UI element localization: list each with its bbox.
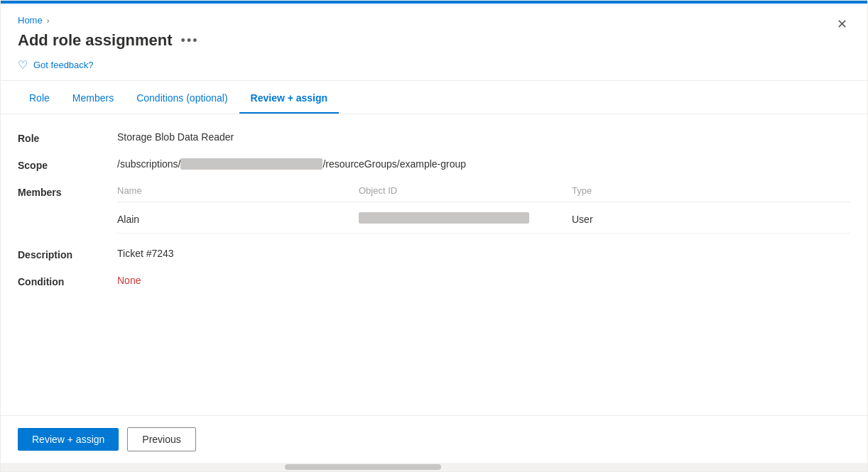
review-assign-button[interactable]: Review + assign xyxy=(18,428,119,451)
members-field-row: Members Name Object ID Type Alain User xyxy=(18,185,850,234)
role-field-row: Role Storage Blob Data Reader xyxy=(18,131,850,144)
description-field-row: Description Ticket #7243 xyxy=(18,248,850,260)
col-type-header: Type xyxy=(572,185,714,196)
col-objectid-header: Object ID xyxy=(359,185,572,196)
description-label: Description xyxy=(18,248,117,260)
tab-conditions[interactable]: Conditions (optional) xyxy=(125,84,239,114)
footer: Review + assign Previous xyxy=(1,415,867,463)
previous-button[interactable]: Previous xyxy=(127,427,195,451)
members-table-header: Name Object ID Type xyxy=(117,185,850,202)
cell-object-id xyxy=(359,212,572,226)
heart-icon: ♡ xyxy=(18,58,28,72)
tab-review-assign[interactable]: Review + assign xyxy=(239,84,340,114)
condition-field-row: Condition None xyxy=(18,275,850,287)
breadcrumb-home[interactable]: Home xyxy=(18,15,43,26)
title-row: Add role assignment ••• xyxy=(18,31,199,50)
cell-member-type: User xyxy=(572,214,714,225)
scope-redacted xyxy=(180,158,322,170)
breadcrumb: Home › xyxy=(18,15,199,26)
objectid-redacted xyxy=(359,212,529,224)
scope-value: /subscriptions/ /resourceGroups/example-… xyxy=(117,158,466,170)
content-area: Role Storage Blob Data Reader Scope /sub… xyxy=(1,114,867,358)
scope-label: Scope xyxy=(18,158,117,171)
panel: Home › Add role assignment ••• ✕ ♡ Got f… xyxy=(0,0,868,472)
feedback-bar: ♡ Got feedback? xyxy=(1,50,867,81)
col-name-header: Name xyxy=(117,185,359,196)
tab-role[interactable]: Role xyxy=(18,84,61,114)
tabs-row: Role Members Conditions (optional) Revie… xyxy=(1,84,867,114)
table-row: Alain User xyxy=(117,205,850,234)
feedback-text[interactable]: Got feedback? xyxy=(33,60,94,70)
condition-value: None xyxy=(117,275,141,286)
tab-members[interactable]: Members xyxy=(61,84,125,114)
description-value: Ticket #7243 xyxy=(117,248,174,259)
role-label: Role xyxy=(18,131,117,144)
scrollbar-thumb[interactable] xyxy=(285,464,441,470)
scope-field-row: Scope /subscriptions/ /resourceGroups/ex… xyxy=(18,158,850,171)
close-button[interactable]: ✕ xyxy=(834,15,850,33)
role-value: Storage Blob Data Reader xyxy=(117,131,234,143)
breadcrumb-chevron: › xyxy=(47,16,50,25)
condition-label: Condition xyxy=(18,275,117,287)
scope-suffix: /resourceGroups/example-group xyxy=(322,158,466,170)
members-label: Members xyxy=(18,185,117,198)
cell-member-name: Alain xyxy=(117,214,359,225)
header-left: Home › Add role assignment ••• xyxy=(18,15,199,50)
scrollbar-area xyxy=(1,463,867,471)
panel-header: Home › Add role assignment ••• ✕ xyxy=(1,4,867,50)
more-options-button[interactable]: ••• xyxy=(181,34,199,47)
scope-prefix: /subscriptions/ xyxy=(117,158,180,170)
page-title: Add role assignment xyxy=(18,31,173,50)
members-table: Name Object ID Type Alain User xyxy=(117,185,850,234)
